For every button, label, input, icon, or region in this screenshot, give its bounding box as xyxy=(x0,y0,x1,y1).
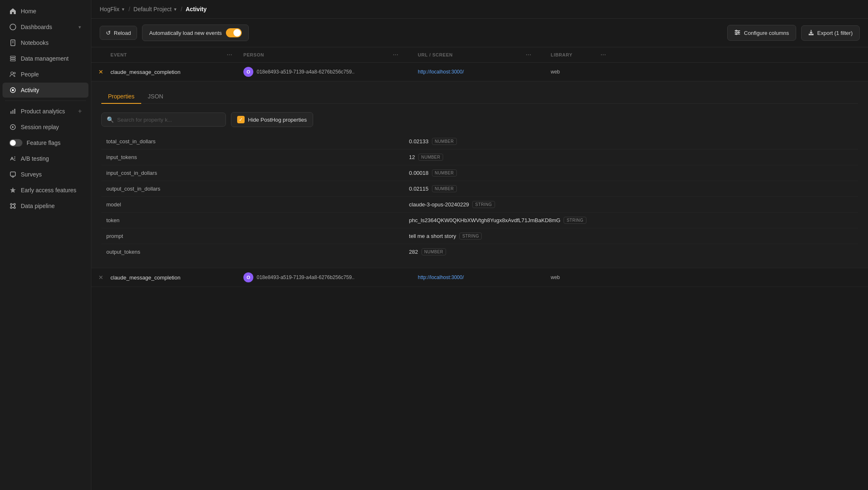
col-person-label: PERSON xyxy=(243,52,264,57)
avatar: O xyxy=(243,272,253,282)
detail-tabs: Properties JSON xyxy=(101,90,858,104)
dots-icon[interactable]: ··· xyxy=(526,51,531,58)
breadcrumb-brand[interactable]: HogFlix ▼ xyxy=(100,6,125,12)
sidebar-item-label: Feature flags xyxy=(27,140,82,146)
property-value: claude-3-opus-20240229 xyxy=(409,201,469,208)
sidebar-item-surveys[interactable]: Surveys xyxy=(2,167,88,182)
dots-icon[interactable]: ··· xyxy=(393,51,398,58)
dashboards-icon xyxy=(9,23,17,31)
type-badge: STRING xyxy=(459,233,482,240)
property-key: output_tokens xyxy=(101,244,404,260)
svg-point-7 xyxy=(11,72,13,74)
auto-load-button[interactable]: Automatically load new events xyxy=(142,24,249,41)
reload-button[interactable]: ↺ Reload xyxy=(100,26,137,40)
dots-icon[interactable]: ··· xyxy=(227,51,232,58)
sidebar-item-label: Early access features xyxy=(21,187,82,194)
col-event: EVENT xyxy=(106,51,223,58)
page-title: Activity xyxy=(186,6,207,12)
sidebar-item-product-analytics[interactable]: Product analytics + xyxy=(2,104,88,119)
avatar: O xyxy=(243,67,253,77)
sidebar-item-ab-testing[interactable]: A/B testing xyxy=(2,151,88,166)
chevron-down-icon: ▼ xyxy=(173,7,177,12)
svg-rect-15 xyxy=(10,172,15,176)
col-toggle xyxy=(91,51,106,58)
property-row: output_cost_in_dollars 0.02115 NUMBER xyxy=(101,181,858,197)
row-toggle[interactable]: ✕ xyxy=(91,274,106,281)
tab-json[interactable]: JSON xyxy=(141,90,170,104)
table-row: ✕ claude_message_completion O 018e8493-a… xyxy=(91,268,868,287)
type-badge: NUMBER xyxy=(432,185,457,192)
export-button[interactable]: Export (1 filter) xyxy=(801,25,860,41)
property-value-cell: 0.00018 NUMBER xyxy=(404,165,858,181)
toolbar: ↺ Reload Automatically load new events C… xyxy=(91,19,868,47)
col-library-dots[interactable]: ··· xyxy=(596,51,613,58)
svg-point-17 xyxy=(14,203,15,205)
property-key: prompt xyxy=(101,228,404,244)
event-name: claude_message_completion xyxy=(106,274,223,281)
library-cell: web xyxy=(547,274,596,280)
sidebar-item-home[interactable]: Home xyxy=(2,4,88,19)
property-row: input_cost_in_dollars 0.00018 NUMBER xyxy=(101,165,858,181)
sidebar-divider xyxy=(5,100,86,101)
breadcrumb-separator: / xyxy=(128,6,130,12)
col-url-dots[interactable]: ··· xyxy=(522,51,547,58)
breadcrumb-project[interactable]: Default Project ▼ xyxy=(133,6,177,12)
auto-load-toggle[interactable] xyxy=(226,28,242,37)
property-key: total_cost_in_dollars xyxy=(101,134,404,149)
event-row-main[interactable]: ✕ claude_message_completion O 018e8493-a… xyxy=(91,63,868,81)
property-value: 282 xyxy=(409,249,418,255)
svg-point-8 xyxy=(14,72,15,74)
sidebar-item-people[interactable]: People xyxy=(2,67,88,82)
property-value: 0.00018 xyxy=(409,170,429,176)
sidebar-item-label: Session replay xyxy=(21,124,82,130)
property-value: 0.02133 xyxy=(409,138,429,145)
event-row-main[interactable]: ✕ claude_message_completion O 018e8493-a… xyxy=(91,268,868,287)
property-value-cell: 282 NUMBER xyxy=(404,244,858,260)
row-toggle[interactable]: ✕ xyxy=(91,69,106,75)
col-library: LIBRARY xyxy=(547,51,596,58)
plus-icon[interactable]: + xyxy=(78,108,82,115)
svg-rect-5 xyxy=(10,58,15,59)
sidebar-item-label: A/B testing xyxy=(21,155,82,162)
search-input[interactable] xyxy=(117,117,221,123)
home-icon xyxy=(9,7,17,15)
sidebar-item-data-pipeline[interactable]: Data pipeline xyxy=(2,198,88,213)
detail-search-row: 🔍 ✓ Hide PostHog properties xyxy=(101,112,858,127)
property-value-cell: tell me a short story STRING xyxy=(404,228,858,244)
svg-point-18 xyxy=(10,207,12,208)
property-row: token phc_ls2364QKW0QKHbXWVtgh8Yugx8xAvd… xyxy=(101,213,858,228)
sidebar-item-label: Data management xyxy=(21,55,82,62)
breadcrumb-separator: / xyxy=(181,6,182,12)
sidebar-item-label: Notebooks xyxy=(21,39,82,46)
property-value: tell me a short story xyxy=(409,233,456,239)
product-analytics-icon xyxy=(9,108,17,115)
type-badge: STRING xyxy=(472,201,495,208)
sidebar-item-notebooks[interactable]: Notebooks xyxy=(2,35,88,50)
sidebar-item-early-access[interactable]: Early access features xyxy=(2,183,88,198)
col-person-dots[interactable]: ··· xyxy=(389,51,414,58)
configure-columns-button[interactable]: Configure columns xyxy=(727,25,796,41)
configure-icon xyxy=(734,29,740,37)
event-detail: Properties JSON 🔍 ✓ Hide PostHog propert… xyxy=(91,81,868,268)
sidebar-item-feature-flags[interactable]: Feature flags xyxy=(2,135,88,150)
sidebar-item-data-management[interactable]: Data management xyxy=(2,51,88,66)
sidebar-item-label: People xyxy=(21,71,82,78)
checkbox-checked: ✓ xyxy=(237,116,245,123)
feature-flags-toggle[interactable] xyxy=(9,139,22,147)
property-row: output_tokens 282 NUMBER xyxy=(101,244,858,260)
people-icon xyxy=(9,71,17,78)
notebooks-icon xyxy=(9,39,17,47)
sidebar-item-dashboards[interactable]: Dashboards ▼ xyxy=(2,20,88,34)
property-row: input_tokens 12 NUMBER xyxy=(101,149,858,165)
property-value-cell: 12 NUMBER xyxy=(404,149,858,165)
dots-icon[interactable]: ··· xyxy=(601,51,606,58)
col-event-dots[interactable]: ··· xyxy=(223,51,239,58)
sidebar-item-session-replay[interactable]: Session replay xyxy=(2,120,88,135)
svg-rect-6 xyxy=(10,60,15,61)
tab-properties[interactable]: Properties xyxy=(101,90,141,104)
sidebar-item-activity[interactable]: Activity xyxy=(2,83,88,98)
chevron-down-icon: ▼ xyxy=(78,25,82,29)
hide-posthog-button[interactable]: ✓ Hide PostHog properties xyxy=(231,112,313,127)
auto-load-label: Automatically load new events xyxy=(149,30,222,36)
svg-rect-12 xyxy=(12,110,14,114)
